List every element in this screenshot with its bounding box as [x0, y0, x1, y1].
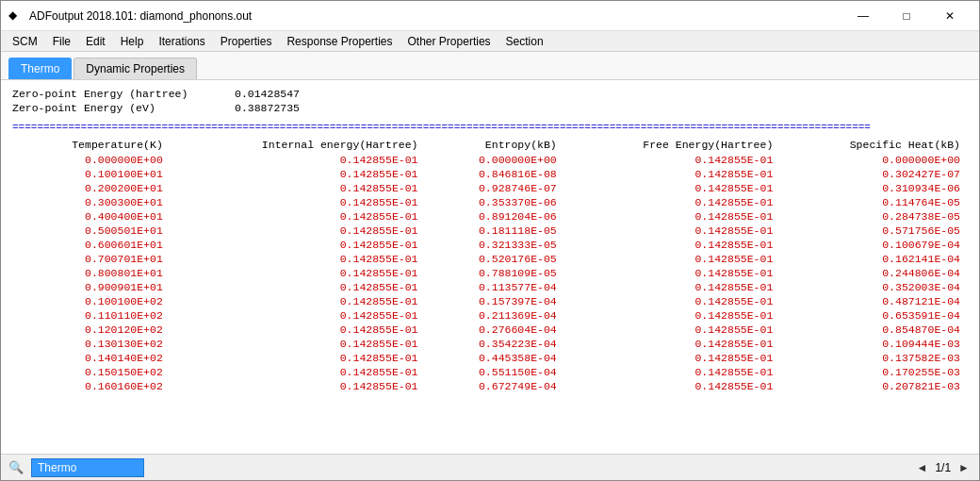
table-header-row: Temperature(K) Internal energy(Hartree) … [12, 137, 968, 153]
table-cell: 0.142855E-01 [171, 266, 426, 280]
table-cell: 0.244806E-04 [780, 266, 968, 280]
table-cell: 0.142855E-01 [564, 252, 781, 266]
table-cell: 0.445358E-04 [426, 351, 564, 365]
table-cell: 0.000000E+00 [780, 153, 968, 167]
tab-dynamic-properties[interactable]: Dynamic Properties [74, 58, 197, 79]
table-cell: 0.181118E-05 [426, 224, 564, 238]
content-area: Zero-point Energy (hartree) 0.01428547 Z… [1, 80, 979, 454]
table-cell: 0.142855E-01 [171, 224, 426, 238]
table-cell: 0.162141E-04 [780, 252, 968, 266]
tab-thermo[interactable]: Thermo [8, 58, 72, 79]
table-cell: 0.142855E-01 [171, 167, 426, 181]
table-cell: 0.400400E+01 [12, 209, 171, 224]
table-cell: 0.142855E-01 [564, 167, 781, 181]
table-cell: 0.142855E-01 [171, 379, 426, 393]
window-title: ADFoutput 2018.101: diamond_phonons.out [29, 9, 841, 23]
table-cell: 0.551150E-04 [426, 365, 564, 379]
table-row: 0.130130E+020.142855E-010.354223E-040.14… [12, 337, 968, 351]
table-cell: 0.142855E-01 [171, 365, 426, 379]
table-cell: 0.276604E-04 [426, 323, 564, 337]
table-cell: 0.891204E-06 [426, 209, 564, 224]
table-cell: 0.500501E+01 [12, 224, 171, 238]
window-controls: — □ ✕ [841, 1, 972, 31]
table-row: 0.700701E+010.142855E-010.520176E-050.14… [12, 252, 968, 266]
menu-item-section[interactable]: Section [498, 33, 551, 50]
table-cell: 0.142855E-01 [564, 308, 781, 323]
table-cell: 0.142855E-01 [564, 379, 781, 393]
table-cell: 0.137582E-03 [780, 351, 968, 365]
table-cell: 0.130130E+02 [12, 337, 171, 351]
table-row: 0.150150E+020.142855E-010.551150E-040.14… [12, 365, 968, 379]
table-cell: 0.900901E+01 [12, 280, 171, 294]
table-cell: 0.142855E-01 [171, 308, 426, 323]
table-row: 0.110110E+020.142855E-010.211369E-040.14… [12, 308, 968, 323]
table-cell: 0.142855E-01 [171, 252, 426, 266]
menu-item-iterations[interactable]: Iterations [151, 33, 212, 50]
menu-item-properties[interactable]: Properties [213, 33, 280, 50]
thermo-table: Temperature(K) Internal energy(Hartree) … [12, 137, 968, 393]
separator: ========================================… [12, 122, 968, 133]
menu-item-other-properties[interactable]: Other Properties [400, 33, 498, 50]
zero-point-ev-row: Zero-point Energy (eV) 0.38872735 [12, 102, 968, 114]
table-cell: 0.113577E-04 [426, 280, 564, 294]
table-cell: 0.140140E+02 [12, 351, 171, 365]
table-cell: 0.487121E-04 [780, 294, 968, 308]
table-cell: 0.142855E-01 [564, 238, 781, 252]
table-row: 0.800801E+010.142855E-010.788109E-050.14… [12, 266, 968, 280]
table-cell: 0.672749E-04 [426, 379, 564, 393]
table-cell: 0.142855E-01 [171, 351, 426, 365]
menu-bar: SCMFileEditHelpIterationsPropertiesRespo… [1, 31, 979, 52]
close-button[interactable]: ✕ [928, 1, 972, 31]
table-cell: 0.928746E-07 [426, 181, 564, 195]
menu-item-help[interactable]: Help [113, 33, 152, 50]
table-cell: 0.142855E-01 [171, 280, 426, 294]
prev-page-button[interactable]: ◄ [915, 461, 930, 474]
table-row: 0.100100E+020.142855E-010.157397E-040.14… [12, 294, 968, 308]
table-cell: 0.571756E-05 [780, 224, 968, 238]
table-cell: 0.142855E-01 [171, 181, 426, 195]
table-cell: 0.653591E-04 [780, 308, 968, 323]
table-row: 0.140140E+020.142855E-010.445358E-040.14… [12, 351, 968, 365]
next-page-button[interactable]: ► [956, 461, 972, 474]
table-cell: 0.854870E-04 [780, 323, 968, 337]
table-cell: 0.354223E-04 [426, 337, 564, 351]
table-cell: 0.846816E-08 [426, 167, 564, 181]
table-cell: 0.211369E-04 [426, 308, 564, 323]
table-cell: 0.142855E-01 [564, 266, 781, 280]
tab-bar: Thermo Dynamic Properties [1, 52, 979, 80]
table-cell: 0.000000E+00 [12, 153, 171, 167]
table-cell: 0.321333E-05 [426, 238, 564, 252]
maximize-button[interactable]: □ [885, 1, 928, 31]
menu-item-edit[interactable]: Edit [78, 33, 113, 50]
table-cell: 0.800801E+01 [12, 266, 171, 280]
table-row: 0.200200E+010.142855E-010.928746E-070.14… [12, 181, 968, 195]
table-cell: 0.142855E-01 [564, 294, 781, 308]
table-cell: 0.700701E+01 [12, 252, 171, 266]
minimize-button[interactable]: — [841, 1, 885, 31]
table-cell: 0.142855E-01 [171, 238, 426, 252]
table-cell: 0.207821E-03 [780, 379, 968, 393]
zp-ev-label: Zero-point Energy (eV) [12, 102, 220, 114]
table-cell: 0.150150E+02 [12, 365, 171, 379]
zero-point-hartree-row: Zero-point Energy (hartree) 0.01428547 [12, 88, 968, 100]
menu-item-response-properties[interactable]: Response Properties [279, 33, 400, 50]
table-row: 0.160160E+020.142855E-010.672749E-040.14… [12, 379, 968, 393]
table-cell: 0.100100E+02 [12, 294, 171, 308]
col-header-free-energy: Free Energy(Hartree) [564, 137, 781, 153]
search-input[interactable] [31, 458, 144, 477]
table-cell: 0.142855E-01 [171, 337, 426, 351]
table-cell: 0.353370E-06 [426, 195, 564, 209]
main-content[interactable]: Zero-point Energy (hartree) 0.01428547 Z… [1, 80, 979, 454]
table-row: 0.500501E+010.142855E-010.181118E-050.14… [12, 224, 968, 238]
table-cell: 0.142855E-01 [564, 195, 781, 209]
zp-ev-value: 0.38872735 [235, 102, 300, 114]
table-cell: 0.142855E-01 [564, 209, 781, 224]
title-bar: ◆ ADFoutput 2018.101: diamond_phonons.ou… [1, 1, 979, 31]
table-cell: 0.114764E-05 [780, 195, 968, 209]
col-header-entropy: Entropy(kB) [426, 137, 564, 153]
main-window: ◆ ADFoutput 2018.101: diamond_phonons.ou… [0, 0, 980, 481]
table-row: 0.900901E+010.142855E-010.113577E-040.14… [12, 280, 968, 294]
table-cell: 0.157397E-04 [426, 294, 564, 308]
menu-item-scm[interactable]: SCM [5, 33, 45, 50]
menu-item-file[interactable]: File [45, 33, 78, 50]
